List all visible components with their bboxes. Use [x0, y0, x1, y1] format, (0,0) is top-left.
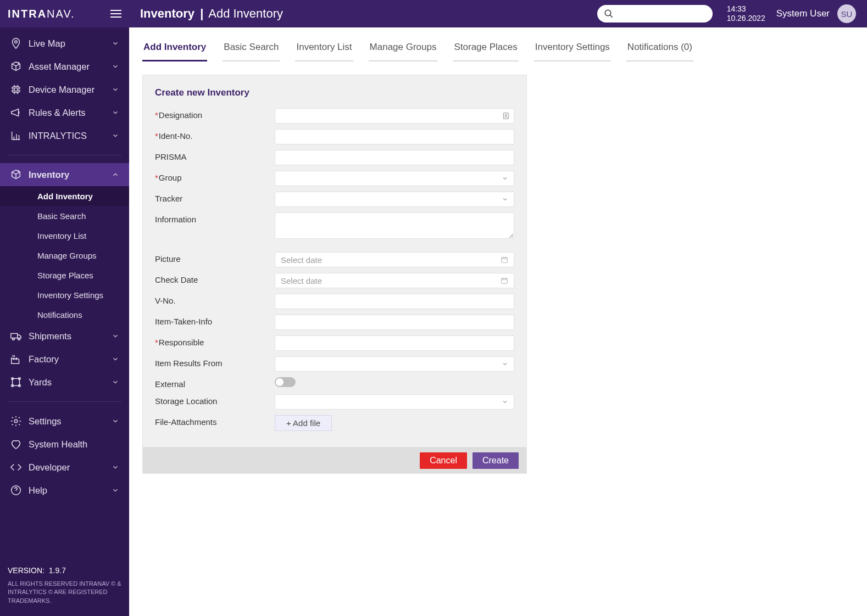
- cancel-button[interactable]: Cancel: [420, 452, 467, 469]
- svg-rect-17: [502, 257, 508, 262]
- form-title: Create new Inventory: [155, 87, 514, 98]
- tab-inventory-settings[interactable]: Inventory Settings: [534, 37, 611, 61]
- itemtaken-input[interactable]: [275, 315, 514, 330]
- svg-point-16: [505, 114, 507, 116]
- sidebar-item-asset-manager[interactable]: Asset Manager: [0, 55, 129, 78]
- external-toggle[interactable]: [275, 377, 296, 387]
- svg-rect-15: [503, 113, 508, 119]
- field-row-external: External: [155, 377, 514, 389]
- help-icon: [8, 484, 24, 496]
- megaphone-icon: [8, 107, 24, 119]
- information-textarea[interactable]: [275, 212, 514, 239]
- chevron-down-icon: [112, 332, 121, 340]
- tracker-select[interactable]: [275, 192, 514, 207]
- field-row-ident: *Ident-No.: [155, 129, 514, 144]
- svg-point-5: [18, 338, 20, 340]
- field-label-checkdate: Check Date: [155, 273, 275, 284]
- sidebar-sub-inventory-settings[interactable]: Inventory Settings: [0, 285, 129, 305]
- sidebar: INTRANAV. Live MapAsset ManagerDevice Ma…: [0, 0, 129, 616]
- sidebar-item-intralytics[interactable]: INTRALYTICS: [0, 124, 129, 147]
- vno-input[interactable]: [275, 294, 514, 309]
- tab-manage-groups[interactable]: Manage Groups: [369, 37, 438, 61]
- sidebar-item-developer[interactable]: Developer: [0, 456, 129, 479]
- sidebar-item-device-manager[interactable]: Device Manager: [0, 78, 129, 101]
- field-row-responsible: *Responsible: [155, 335, 514, 351]
- polygon-icon: [8, 376, 24, 388]
- map-pin-icon: [8, 37, 24, 49]
- sidebar-sub-manage-groups[interactable]: Manage Groups: [0, 245, 129, 265]
- contact-card-icon[interactable]: [502, 112, 510, 120]
- chevron-down-icon: [502, 175, 508, 182]
- field-label-ident: *Ident-No.: [155, 129, 275, 141]
- add-file-button[interactable]: + Add file: [275, 415, 332, 431]
- header-datetime: 14:33 10.26.2022: [727, 4, 765, 23]
- sidebar-item-yards[interactable]: Yards: [0, 371, 129, 394]
- sidebar-item-system-health[interactable]: System Health: [0, 433, 129, 456]
- factory-icon: [8, 353, 24, 365]
- svg-rect-1: [13, 87, 19, 93]
- chevron-down-icon: [112, 378, 121, 386]
- sidebar-divider: [8, 401, 121, 402]
- designation-input[interactable]: [275, 108, 514, 124]
- field-row-prisma: PRISMA: [155, 150, 514, 165]
- chevron-down-icon: [502, 196, 508, 203]
- heart-icon: [8, 438, 24, 450]
- sidebar-sub-notifications[interactable]: Notifications: [0, 305, 129, 324]
- checkdate-date[interactable]: Select date: [275, 273, 514, 288]
- field-label-vno: V-No.: [155, 294, 275, 305]
- responsible-input[interactable]: [275, 335, 514, 351]
- tab-notifications-0-[interactable]: Notifications (0): [626, 37, 693, 61]
- sidebar-item-shipments[interactable]: Shipments: [0, 324, 129, 348]
- sidebar-item-label: Device Manager: [24, 85, 112, 95]
- sidebar-sub-storage-places[interactable]: Storage Places: [0, 265, 129, 285]
- ident-input[interactable]: [275, 129, 514, 144]
- sidebar-sub-add-inventory[interactable]: Add Inventory: [0, 186, 129, 206]
- field-label-itemtaken: Item-Taken-Info: [155, 315, 275, 326]
- chevron-down-icon: [112, 486, 121, 494]
- field-row-information: Information: [155, 212, 514, 241]
- tab-add-inventory[interactable]: Add Inventory: [142, 37, 207, 61]
- resultsfrom-select[interactable]: [275, 356, 514, 372]
- field-label-external: External: [155, 377, 275, 389]
- sidebar-item-inventory[interactable]: Inventory: [0, 163, 129, 186]
- cube-plus-icon: [8, 60, 24, 72]
- chevron-down-icon: [112, 355, 121, 363]
- chevron-down-icon: [502, 361, 508, 367]
- sidebar-item-label: Factory: [24, 354, 112, 365]
- sidebar-divider: [8, 155, 121, 155]
- top-bar: Inventory | Add Inventory 14:33 10.26.20…: [129, 0, 867, 27]
- search-input-wrap[interactable]: [597, 5, 713, 23]
- field-row-picture: PictureSelect date: [155, 252, 514, 267]
- avatar[interactable]: SU: [837, 4, 856, 23]
- svg-line-14: [610, 15, 613, 18]
- field-label-tracker: Tracker: [155, 192, 275, 203]
- sidebar-sub-basic-search[interactable]: Basic Search: [0, 206, 129, 226]
- field-label-picture: Picture: [155, 252, 275, 264]
- tab-storage-places[interactable]: Storage Places: [453, 37, 518, 61]
- sidebar-item-help[interactable]: Help: [0, 479, 129, 502]
- tab-basic-search[interactable]: Basic Search: [223, 37, 280, 61]
- group-select[interactable]: [275, 171, 514, 186]
- storage-select[interactable]: [275, 394, 514, 410]
- chevron-down-icon: [112, 132, 121, 139]
- tab-inventory-list[interactable]: Inventory List: [295, 37, 353, 61]
- sidebar-item-factory[interactable]: Factory: [0, 348, 129, 371]
- prisma-input[interactable]: [275, 150, 514, 165]
- search-input[interactable]: [618, 9, 714, 18]
- sidebar-item-label: Developer: [24, 462, 112, 473]
- field-label-group: *Group: [155, 171, 275, 182]
- sidebar-item-rules-alerts[interactable]: Rules & Alerts: [0, 101, 129, 124]
- code-icon: [8, 461, 24, 473]
- sidebar-item-label: System Health: [24, 439, 121, 450]
- picture-date[interactable]: Select date: [275, 252, 514, 267]
- sidebar-item-live-map[interactable]: Live Map: [0, 32, 129, 55]
- field-row-vno: V-No.: [155, 294, 514, 309]
- header-username: System User: [776, 8, 830, 19]
- field-label-designation: *Designation: [155, 108, 275, 120]
- sidebar-item-settings[interactable]: Settings: [0, 410, 129, 433]
- svg-rect-2: [14, 88, 18, 91]
- sidebar-sub-inventory-list[interactable]: Inventory List: [0, 226, 129, 245]
- create-button[interactable]: Create: [473, 452, 519, 469]
- sidebar-item-label: Asset Manager: [24, 61, 112, 72]
- hamburger-icon[interactable]: [110, 10, 121, 18]
